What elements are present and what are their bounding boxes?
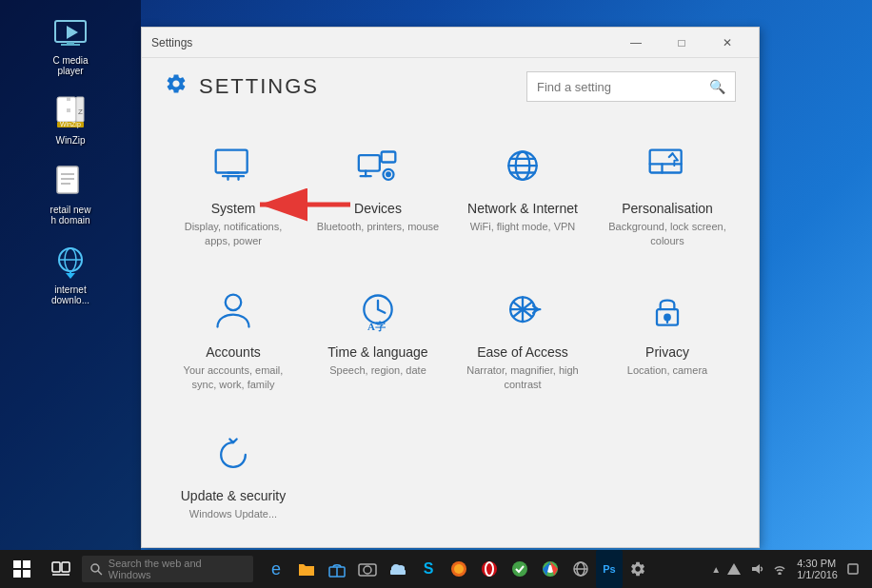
- taskbar-photoshop-icon[interactable]: Ps: [596, 550, 623, 588]
- svg-rect-60: [23, 560, 30, 568]
- svg-point-80: [512, 561, 527, 577]
- start-button[interactable]: [0, 550, 44, 588]
- svg-point-78: [482, 561, 497, 577]
- accounts-name: Accounts: [206, 344, 261, 360]
- tray-notification-icon[interactable]: [843, 559, 862, 578]
- ease-of-access-desc: Narrator, magnifier, high contrast: [460, 363, 585, 393]
- desktop-icon-internet-download[interactable]: internet downlo...: [32, 239, 109, 309]
- taskbar-skype-icon[interactable]: S: [413, 550, 444, 588]
- taskbar-app-icons: e: [261, 550, 653, 588]
- settings-item-devices[interactable]: Devices Bluetooth, printers, mouse: [306, 125, 450, 268]
- personalisation-desc: Background, lock screen, colours: [604, 220, 730, 249]
- close-button[interactable]: ✕: [705, 28, 749, 58]
- svg-text:WinZip: WinZip: [60, 121, 81, 128]
- svg-rect-13: [57, 167, 78, 193]
- svg-marker-21: [66, 273, 75, 279]
- taskbar-edge-icon[interactable]: e: [261, 550, 291, 588]
- settings-search-input[interactable]: [537, 80, 709, 94]
- svg-rect-8: [67, 108, 70, 112]
- svg-rect-27: [359, 155, 380, 171]
- svg-rect-62: [23, 570, 30, 578]
- winzip-icon: Z WinZip: [51, 93, 89, 131]
- window-title-text: Settings: [151, 36, 614, 49]
- tray-network-icon[interactable]: [724, 559, 743, 578]
- time-language-desc: Speech, region, date: [329, 363, 426, 378]
- svg-rect-38: [650, 150, 682, 173]
- taskbar-search-bar[interactable]: Search the web and Windows: [82, 556, 253, 582]
- svg-marker-87: [752, 564, 760, 574]
- settings-grid: System Display, notifications, apps, pow…: [142, 115, 759, 547]
- winzip-label: WinZip: [55, 135, 85, 146]
- svg-rect-61: [13, 570, 21, 578]
- taskbar-opera-icon[interactable]: [474, 550, 505, 588]
- devices-icon: [352, 144, 405, 191]
- tray-volume-icon[interactable]: [747, 559, 766, 578]
- desktop-sidebar: C media player Z WinZip WinZip: [0, 0, 141, 552]
- taskbar-chrome-icon[interactable]: [535, 550, 565, 588]
- tray-time: 4:30 PM1/1/2016: [797, 558, 838, 580]
- taskbar-settings-icon[interactable]: [623, 550, 653, 588]
- minimize-button[interactable]: —: [614, 28, 658, 58]
- desktop-icon-winzip[interactable]: Z WinZip WinZip: [32, 89, 109, 149]
- taskbar-search-text: Search the web and Windows: [109, 558, 246, 580]
- desktop-icon-retail-domain[interactable]: retail new h domain: [32, 159, 109, 229]
- settings-window: Settings — □ ✕ SETTINGS 🔍: [141, 27, 760, 548]
- taskbar-network-icon[interactable]: [565, 550, 596, 588]
- svg-point-88: [779, 573, 781, 575]
- settings-header: SETTINGS 🔍: [142, 58, 759, 115]
- taskbar-explorer-icon[interactable]: [291, 550, 322, 588]
- settings-title: SETTINGS: [199, 74, 526, 99]
- maximize-button[interactable]: □: [660, 28, 704, 58]
- network-name: Network & Internet: [467, 201, 578, 216]
- svg-point-41: [226, 294, 242, 310]
- accounts-icon: [208, 287, 260, 335]
- time-language-icon: A字: [352, 287, 405, 335]
- svg-point-66: [91, 564, 99, 572]
- taskbar-green-icon[interactable]: [505, 550, 535, 588]
- settings-item-system[interactable]: System Display, notifications, apps, pow…: [161, 125, 306, 268]
- svg-rect-64: [62, 562, 69, 572]
- settings-item-personalisation[interactable]: Personalisation Background, lock screen,…: [595, 125, 740, 268]
- system-name: System: [211, 201, 256, 216]
- taskbar-tray: ▲ 4:30 PM1/1/2016: [711, 558, 872, 580]
- taskbar-cloud-icon[interactable]: [383, 550, 413, 588]
- svg-rect-75: [390, 570, 406, 575]
- settings-item-accounts[interactable]: Accounts Your accounts, email, sync, wor…: [161, 268, 306, 412]
- svg-rect-7: [67, 103, 70, 107]
- svg-marker-1: [67, 26, 78, 39]
- system-desc: Display, notifications, apps, power: [170, 220, 296, 249]
- settings-search-box[interactable]: 🔍: [526, 71, 736, 102]
- media-player-label: C media player: [52, 55, 88, 76]
- taskbar-firefox-icon[interactable]: [444, 550, 474, 588]
- privacy-icon: [642, 287, 694, 335]
- svg-rect-63: [52, 562, 60, 572]
- desktop-icon-media-player[interactable]: C media player: [32, 10, 109, 80]
- ease-of-access-icon: [497, 287, 549, 335]
- retail-domain-icon: [51, 163, 89, 201]
- taskbar-photos-icon[interactable]: [352, 550, 383, 588]
- settings-item-ease-of-access[interactable]: Ease of Access Narrator, magnifier, high…: [450, 268, 595, 412]
- svg-rect-89: [848, 564, 858, 574]
- svg-point-71: [364, 566, 371, 574]
- svg-text:A字: A字: [367, 321, 386, 332]
- desktop: C media player Z WinZip WinZip: [0, 0, 872, 588]
- settings-item-time-language[interactable]: A字 Time & language Speech, region, date: [306, 268, 450, 412]
- retail-domain-label: retail new h domain: [50, 205, 91, 225]
- devices-name: Devices: [354, 201, 402, 216]
- time-language-name: Time & language: [327, 344, 427, 360]
- svg-rect-28: [382, 152, 396, 163]
- tray-arrow[interactable]: ▲: [711, 564, 721, 575]
- window-titlebar: Settings — □ ✕: [142, 28, 759, 58]
- settings-item-update-security[interactable]: Update & security Windows Update...: [161, 412, 306, 540]
- task-view-button[interactable]: [44, 550, 78, 588]
- svg-line-67: [98, 571, 102, 575]
- taskbar-store-icon[interactable]: [322, 550, 352, 588]
- settings-item-network[interactable]: Network & Internet WiFi, flight mode, VP…: [450, 125, 595, 268]
- tray-wifi-icon[interactable]: [770, 559, 789, 578]
- personalisation-icon: [642, 144, 694, 191]
- media-player-icon: [51, 13, 89, 51]
- settings-item-privacy[interactable]: Privacy Location, camera: [595, 268, 740, 412]
- window-controls: — □ ✕: [614, 28, 749, 58]
- svg-line-44: [378, 309, 385, 313]
- internet-download-icon: [51, 243, 89, 281]
